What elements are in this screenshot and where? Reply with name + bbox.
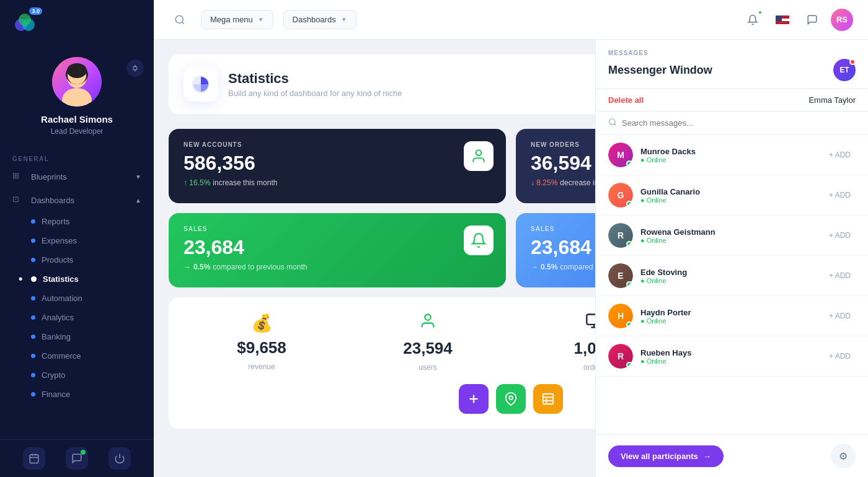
contact-ede[interactable]: E Ede Stoving ● Online + ADD [596, 256, 868, 296]
svg-point-8 [67, 63, 87, 78]
topbar-icons: RS [742, 9, 853, 31]
green-status-dot [81, 450, 86, 455]
table-action-button[interactable] [533, 384, 563, 414]
sidebar-item-products[interactable]: Products [0, 250, 154, 269]
svg-rect-18 [776, 21, 789, 24]
statistics-dot [31, 276, 37, 282]
add-munroe-button[interactable]: + ADD [824, 148, 856, 162]
contact-gunilla[interactable]: G Gunilla Canario ● Online + ADD [596, 175, 868, 216]
view-all-participants-button[interactable]: View all participants → [608, 445, 724, 467]
sidebar-item-finance[interactable]: Finance [0, 385, 154, 404]
dashboards-chevron: ▼ [341, 16, 347, 23]
reports-label: Reports [42, 217, 70, 226]
svg-point-21 [476, 150, 482, 155]
metric-revenue: 💰 $9,658 revenue [184, 313, 340, 371]
add-action-button[interactable] [459, 384, 489, 414]
sidebar-item-automation[interactable]: Automation [0, 289, 154, 308]
calendar-icon-btn[interactable] [23, 447, 45, 470]
page-title: Statistics [228, 71, 402, 87]
haydn-online [626, 322, 632, 328]
contact-haydn[interactable]: H Haydn Porter ● Online + ADD [596, 296, 868, 336]
page-subtitle: Build any kind of dashboard for any kind… [228, 89, 402, 98]
svg-rect-34 [543, 394, 554, 405]
crypto-label: Crypto [42, 370, 65, 380]
notifications-icon-btn[interactable] [742, 9, 764, 31]
avatar [52, 57, 102, 107]
analytics-dot [31, 315, 35, 320]
sidebar-item-crypto[interactable]: Crypto [0, 365, 154, 385]
new-accounts-card: NEW ACCOUNTS 586,356 ↑ 16.5% increase th… [169, 129, 506, 203]
dashboards-button[interactable]: Dashboards ▼ [283, 10, 356, 29]
revenue-label: revenue [248, 362, 275, 371]
message-icon-btn[interactable] [801, 9, 823, 31]
messages-subtitle: MESSAGES [608, 50, 856, 56]
messenger-footer: View all participants → ⚙ [596, 434, 868, 477]
sidebar-item-expenses[interactable]: Expenses [0, 231, 154, 250]
contact-rowena[interactable]: R Rowena Geistmann ● Online + ADD [596, 216, 868, 256]
sidebar-nav: GENERAL ⊞ Blueprints ▼ ⊡ Dashboards ▲ Re… [0, 151, 154, 439]
rueben-online [626, 362, 632, 368]
delete-all-button[interactable]: Delete all [608, 95, 644, 105]
message-indicator [849, 59, 856, 65]
ede-online [626, 281, 632, 287]
notification-indicator [758, 10, 763, 15]
sidebar-item-banking[interactable]: Banking [0, 327, 154, 346]
blueprints-icon: ⊞ [12, 171, 24, 182]
sidebar-item-reports[interactable]: Reports [0, 212, 154, 231]
add-rueben-button[interactable]: + ADD [824, 349, 856, 363]
expenses-dot [31, 239, 35, 243]
sidebar-item-dashboards[interactable]: ⊡ Dashboards ▲ [0, 188, 154, 212]
analytics-label: Analytics [42, 313, 74, 322]
main-area: Mega menu ▼ Dashboards ▼ [154, 0, 868, 477]
messenger-title: Messenger Window [608, 64, 712, 77]
sales-green-icon [464, 225, 494, 255]
search-icon[interactable] [169, 9, 191, 31]
flag-icon-btn[interactable] [771, 9, 794, 31]
emma-taylor-label: Emma Taylor [808, 95, 856, 105]
location-action-button[interactable] [496, 384, 526, 414]
dashboards-label: Dashboards [31, 196, 128, 205]
revenue-icon: 💰 [251, 313, 273, 333]
gunilla-online [626, 201, 632, 207]
logo: 3.0 [12, 10, 37, 35]
chat-icon-btn[interactable] [66, 447, 88, 470]
topbar: Mega menu ▼ Dashboards ▼ [154, 0, 868, 40]
svg-point-33 [509, 396, 513, 400]
settings-button[interactable]: ⚙ [831, 444, 856, 468]
automation-dot [31, 296, 35, 300]
add-gunilla-button[interactable]: + ADD [824, 188, 856, 202]
sidebar-item-statistics[interactable]: Statistics [0, 269, 154, 289]
mega-menu-chevron: ▼ [258, 16, 264, 23]
sidebar-profile: Rachael Simons Lead Developer [0, 45, 154, 151]
add-ede-button[interactable]: + ADD [824, 269, 856, 282]
reports-dot [31, 219, 35, 224]
svg-point-38 [609, 119, 615, 125]
sidebar-item-blueprints[interactable]: ⊞ Blueprints ▼ [0, 165, 154, 188]
add-rowena-button[interactable]: + ADD [824, 229, 856, 242]
sidebar-logo: 3.0 [0, 0, 154, 45]
add-haydn-button[interactable]: + ADD [824, 309, 856, 323]
message-search-input[interactable] [622, 118, 856, 128]
rowena-online [626, 241, 632, 247]
svg-point-2 [19, 14, 31, 26]
commerce-dot [31, 354, 35, 358]
sidebar-item-commerce[interactable]: Commerce [0, 346, 154, 365]
sidebar-item-analytics[interactable]: Analytics [0, 308, 154, 327]
metric-users: 23,594 users [350, 312, 506, 372]
sidebar-toggle[interactable] [126, 59, 144, 77]
finance-dot [31, 392, 35, 396]
revenue-value: $9,658 [237, 338, 286, 357]
contact-munroe[interactable]: M Munroe Dacks ● Online + ADD [596, 135, 868, 175]
logo-badge: 3.0 [29, 7, 42, 15]
contact-rueben[interactable]: R Rueben Hays ● Online + ADD [596, 336, 868, 377]
page-icon [184, 67, 218, 102]
automation-label: Automation [42, 294, 82, 303]
finance-label: Finance [42, 390, 70, 399]
mega-menu-button[interactable]: Mega menu ▼ [201, 10, 273, 29]
users-icon [419, 312, 436, 334]
topbar-avatar[interactable]: RS [831, 9, 853, 31]
svg-rect-9 [30, 455, 38, 463]
banking-dot [31, 335, 35, 339]
profile-role: Lead Developer [51, 127, 104, 136]
power-icon-btn[interactable] [108, 447, 131, 470]
